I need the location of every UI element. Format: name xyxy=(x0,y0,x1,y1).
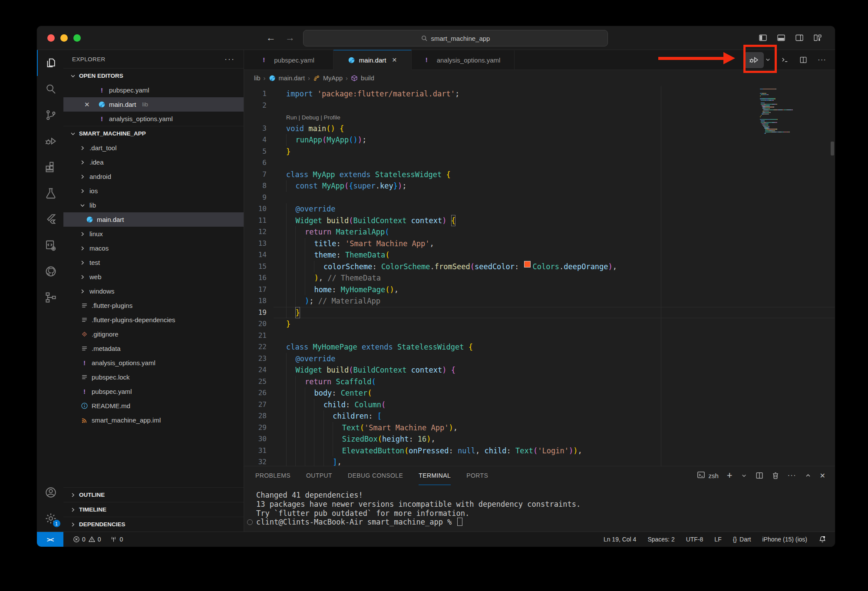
code-line-content: @override xyxy=(274,353,835,365)
project-section-header[interactable]: SMART_MACHINE_APP xyxy=(63,126,244,141)
launch-profile-chevron-icon[interactable] xyxy=(741,472,747,479)
tree-file-main-dart[interactable]: main.dart xyxy=(63,212,244,227)
split-terminal-icon[interactable] xyxy=(756,472,763,479)
tab-pubspec-yaml[interactable]: !pubspec.yaml xyxy=(244,50,333,69)
remote-indicator[interactable]: >< xyxy=(37,532,63,547)
tree-file-pubspec-yaml[interactable]: !pubspec.yaml xyxy=(63,384,244,399)
activity-item-snippets[interactable] xyxy=(37,232,63,258)
terminal-prompt-line[interactable]: clint@Clints-MacBook-Air smart_machine_a… xyxy=(256,518,826,527)
open-editor-item[interactable]: !analysis_options.yaml xyxy=(63,112,244,126)
activity-item-search[interactable] xyxy=(37,76,63,102)
eol-setting[interactable]: LF xyxy=(714,536,721,543)
panel-tab-debug-console[interactable]: DEBUG CONSOLE xyxy=(348,466,403,485)
panel-tab-terminal[interactable]: TERMINAL xyxy=(419,466,451,485)
panel-tab-output[interactable]: OUTPUT xyxy=(306,466,332,485)
tree-file--metadata[interactable]: .metadata xyxy=(63,341,244,356)
titlebar-toggle-panel-icon[interactable] xyxy=(777,33,785,42)
terminal-more-actions-icon[interactable]: ··· xyxy=(788,471,796,480)
minimize-window-button[interactable] xyxy=(60,34,68,42)
tree-file-analysis-options-yaml[interactable]: !analysis_options.yaml xyxy=(63,356,244,370)
tree-folder-windows[interactable]: windows xyxy=(63,284,244,298)
split-editor-icon[interactable] xyxy=(799,56,807,64)
sidebar-section-dependencies[interactable]: DEPENDENCIES xyxy=(63,517,244,532)
tree-file-pubspec-lock[interactable]: pubspec.lock xyxy=(63,370,244,384)
titlebar-toggle-secondary-sidebar-icon[interactable] xyxy=(795,33,804,42)
tree-file--flutter-plugins[interactable]: .flutter-plugins xyxy=(63,298,244,313)
navigate-forward-icon[interactable]: → xyxy=(285,32,295,43)
close-editor-icon[interactable]: ✕ xyxy=(84,101,90,109)
code-token: @override xyxy=(295,203,335,215)
open-in-terminal-icon[interactable] xyxy=(781,56,789,64)
maximize-panel-icon[interactable] xyxy=(805,472,812,479)
activity-item-accounts[interactable] xyxy=(37,479,63,505)
activity-item-run-debug[interactable] xyxy=(37,128,63,154)
tab-main-dart[interactable]: main.dart✕ xyxy=(333,50,412,70)
activity-item-testing[interactable] xyxy=(37,180,63,206)
tree-folder-test[interactable]: test xyxy=(63,255,244,270)
codelens-row[interactable]: Run | Debug | Profile xyxy=(244,111,835,123)
tree-file--gitignore[interactable]: .gitignore xyxy=(63,327,244,341)
panel-tab-ports[interactable]: PORTS xyxy=(466,466,488,485)
more-actions-icon[interactable]: ··· xyxy=(818,56,826,64)
terminal-shell-selector[interactable]: zsh xyxy=(697,471,718,480)
panel-tab-problems[interactable]: PROBLEMS xyxy=(255,466,290,485)
tree-file-README-md[interactable]: README.md xyxy=(63,399,244,413)
tree-folder-ios[interactable]: ios xyxy=(63,184,244,198)
zoom-window-button[interactable] xyxy=(73,34,81,42)
sidebar-section-timeline[interactable]: TIMELINE xyxy=(63,502,244,517)
tree-folder-macos[interactable]: macos xyxy=(63,241,244,255)
language-mode[interactable]: {} Dart xyxy=(733,536,751,543)
problems-status[interactable]: 0 0 xyxy=(73,536,101,543)
indentation-setting[interactable]: Spaces: 2 xyxy=(647,536,674,543)
code-token: ] xyxy=(333,456,337,466)
device-selector[interactable]: iPhone (15) (ios) xyxy=(762,536,808,543)
tree-folder-lib[interactable]: lib xyxy=(63,198,244,212)
cursor-position[interactable]: Ln 19, Col 4 xyxy=(604,536,637,543)
titlebar-toggle-sidebar-icon[interactable] xyxy=(759,33,767,42)
port-forward-status[interactable]: 0 xyxy=(110,536,123,543)
code-token: MyApp xyxy=(327,134,349,146)
editor-scrollbar[interactable] xyxy=(831,142,834,155)
activity-item-flutter[interactable] xyxy=(37,206,63,232)
navigate-back-icon[interactable]: ← xyxy=(266,32,276,43)
tree-folder-android[interactable]: android xyxy=(63,169,244,184)
breadcrumb-item[interactable]: MyApp xyxy=(323,75,343,82)
tree-folder--dart-tool[interactable]: .dart_tool xyxy=(63,141,244,155)
breadcrumb-item[interactable]: build xyxy=(361,75,374,82)
open-editor-item[interactable]: ✕main.dartlib xyxy=(63,97,244,112)
close-window-button[interactable] xyxy=(47,34,55,42)
breadcrumb-item[interactable]: main.dart xyxy=(279,75,305,82)
notifications-bell-icon[interactable] xyxy=(818,535,826,543)
tree-file--flutter-plugins-dependencies[interactable]: .flutter-plugins-dependencies xyxy=(63,313,244,327)
breadcrumb-item[interactable]: lib xyxy=(254,75,261,82)
titlebar-customize-layout-icon[interactable] xyxy=(813,33,822,42)
line-number: 15 xyxy=(244,261,274,273)
activity-item-settings[interactable]: 1 xyxy=(37,505,63,532)
open-editor-item[interactable]: !pubspec.yaml xyxy=(63,83,244,97)
open-editors-section-header[interactable]: OPEN EDITORS xyxy=(63,68,244,83)
terminal-output[interactable]: Changed 41 dependencies!13 packages have… xyxy=(256,491,826,527)
activity-item-extensions[interactable] xyxy=(37,154,63,180)
settings-badge: 1 xyxy=(53,520,60,527)
sidebar-section-outline[interactable]: OUTLINE xyxy=(63,487,244,502)
code-token: : xyxy=(346,399,354,411)
minimap[interactable] xyxy=(760,89,829,134)
close-tab-icon[interactable]: ✕ xyxy=(392,56,397,63)
activity-item-explorer[interactable] xyxy=(37,50,63,76)
tree-folder-web[interactable]: web xyxy=(63,270,244,284)
explorer-more-actions-icon[interactable]: ··· xyxy=(224,55,235,64)
tab-analysis-options-yaml[interactable]: !analysis_options.yaml xyxy=(412,50,515,69)
command-center-search[interactable]: smart_machine_app xyxy=(303,30,608,46)
encoding-setting[interactable]: UTF-8 xyxy=(686,536,703,543)
kill-terminal-icon[interactable] xyxy=(772,472,779,479)
activity-item-source-control[interactable] xyxy=(37,102,63,128)
activity-item-github[interactable] xyxy=(37,258,63,284)
codelens-run-debug-profile[interactable]: Run | Debug | Profile xyxy=(244,114,340,121)
activity-item-references[interactable] xyxy=(37,284,63,310)
tree-file-smart-machine-app-iml[interactable]: smart_machine_app.iml xyxy=(63,413,244,427)
code-editor[interactable]: 1import 'package:flutter/material.dart';… xyxy=(244,86,835,466)
close-panel-icon[interactable]: ✕ xyxy=(820,472,825,480)
tree-folder-linux[interactable]: linux xyxy=(63,227,244,241)
tree-folder--idea[interactable]: .idea xyxy=(63,155,244,169)
new-terminal-icon[interactable]: + xyxy=(727,471,733,480)
